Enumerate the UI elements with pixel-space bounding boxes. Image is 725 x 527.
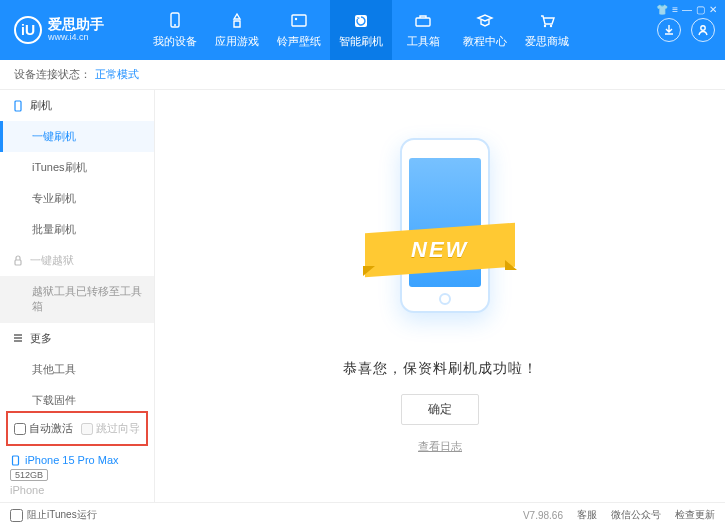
ribbon-text: NEW <box>411 237 468 263</box>
nav-store[interactable]: 爱思商城 <box>516 0 578 60</box>
list-icon <box>12 332 24 344</box>
window-controls: 👕 ≡ — ▢ ✕ <box>656 4 717 15</box>
status-footer: 阻止iTunes运行 V7.98.66 客服 微信公众号 检查更新 <box>0 502 725 527</box>
sidebar-item-download-firmware[interactable]: 下载固件 <box>0 385 154 405</box>
app-header: iU 爱思助手 www.i4.cn 我的设备 应用游戏 铃声壁纸 智能刷机 工具… <box>0 0 725 60</box>
maximize-icon[interactable]: ▢ <box>696 4 705 15</box>
svg-rect-2 <box>292 15 306 26</box>
nav-ringtone-wallpaper[interactable]: 铃声壁纸 <box>268 0 330 60</box>
svg-point-8 <box>701 26 705 30</box>
device-icon <box>166 12 184 30</box>
download-button[interactable] <box>657 18 681 42</box>
top-nav: 我的设备 应用游戏 铃声壁纸 智能刷机 工具箱 教程中心 爱思商城 <box>144 0 657 60</box>
success-illustration: NEW <box>365 138 515 338</box>
close-icon[interactable]: ✕ <box>709 4 717 15</box>
logo-icon: iU <box>14 16 42 44</box>
refresh-icon <box>352 12 370 30</box>
svg-point-7 <box>550 24 552 26</box>
device-phone-icon <box>10 455 21 466</box>
svg-point-3 <box>295 17 297 19</box>
options-highlight-box: 自动激活 跳过向导 <box>6 411 148 446</box>
version-label: V7.98.66 <box>523 510 563 521</box>
device-status-bar: 设备连接状态： 正常模式 <box>0 60 725 90</box>
menu-icon[interactable]: ≡ <box>672 4 678 15</box>
device-info-block[interactable]: iPhone 15 Pro Max 512GB iPhone <box>0 446 154 502</box>
auto-activate-checkbox[interactable]: 自动激活 <box>14 421 73 436</box>
apps-icon <box>228 12 246 30</box>
lock-icon <box>12 255 24 267</box>
storage-badge: 512GB <box>10 469 48 481</box>
status-value: 正常模式 <box>95 67 139 82</box>
success-message: 恭喜您，保资料刷机成功啦！ <box>343 360 538 378</box>
svg-point-6 <box>544 24 546 26</box>
nav-smart-flash[interactable]: 智能刷机 <box>330 0 392 60</box>
user-button[interactable] <box>691 18 715 42</box>
skin-icon[interactable]: 👕 <box>656 4 668 15</box>
toolbox-icon <box>414 12 432 30</box>
svg-rect-9 <box>15 101 21 111</box>
logo-subtitle: www.i4.cn <box>48 33 104 43</box>
image-icon <box>290 12 308 30</box>
block-itunes-checkbox[interactable]: 阻止iTunes运行 <box>10 508 97 522</box>
graduation-icon <box>476 12 494 30</box>
cart-icon <box>538 12 556 30</box>
sidebar-item-batch-flash[interactable]: 批量刷机 <box>0 214 154 245</box>
flash-group-header[interactable]: 刷机 <box>0 90 154 121</box>
nav-apps-games[interactable]: 应用游戏 <box>206 0 268 60</box>
svg-point-1 <box>174 24 176 26</box>
svg-rect-11 <box>13 456 19 465</box>
sidebar-item-itunes-flash[interactable]: iTunes刷机 <box>0 152 154 183</box>
nav-my-device[interactable]: 我的设备 <box>144 0 206 60</box>
status-label: 设备连接状态： <box>14 67 91 82</box>
footer-link-wechat[interactable]: 微信公众号 <box>611 508 661 522</box>
footer-link-update[interactable]: 检查更新 <box>675 508 715 522</box>
sidebar-item-onekey-flash[interactable]: 一键刷机 <box>0 121 154 152</box>
nav-toolbox[interactable]: 工具箱 <box>392 0 454 60</box>
sidebar-item-jailbreak-note: 越狱工具已转移至工具箱 <box>0 276 154 323</box>
phone-icon <box>12 100 24 112</box>
minimize-icon[interactable]: — <box>682 4 692 15</box>
sidebar: 刷机 一键刷机 iTunes刷机 专业刷机 批量刷机 一键越狱 越狱工具已转移至… <box>0 90 155 502</box>
logo-area: iU 爱思助手 www.i4.cn <box>14 16 144 44</box>
main-content: NEW 恭喜您，保资料刷机成功啦！ 确定 查看日志 <box>155 90 725 502</box>
skip-guide-checkbox[interactable]: 跳过向导 <box>81 421 140 436</box>
svg-rect-10 <box>15 260 21 265</box>
view-log-link[interactable]: 查看日志 <box>418 439 462 454</box>
svg-rect-5 <box>416 18 430 26</box>
footer-link-service[interactable]: 客服 <box>577 508 597 522</box>
device-name-text: iPhone 15 Pro Max <box>25 454 119 466</box>
sidebar-item-pro-flash[interactable]: 专业刷机 <box>0 183 154 214</box>
sidebar-item-other-tools[interactable]: 其他工具 <box>0 354 154 385</box>
logo-title: 爱思助手 <box>48 17 104 32</box>
device-type: iPhone <box>10 484 144 496</box>
nav-tutorials[interactable]: 教程中心 <box>454 0 516 60</box>
jailbreak-group-header[interactable]: 一键越狱 <box>0 245 154 276</box>
more-group-header[interactable]: 更多 <box>0 323 154 354</box>
ok-button[interactable]: 确定 <box>401 394 479 425</box>
